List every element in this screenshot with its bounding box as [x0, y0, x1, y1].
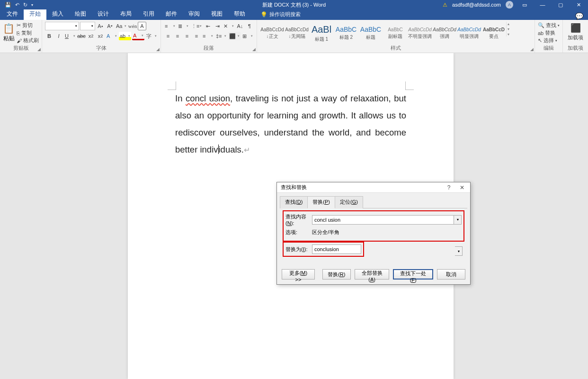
style-emphasis[interactable]: AaBbCcDd强调: [432, 22, 457, 45]
strike-button[interactable]: abc: [77, 32, 86, 40]
find-button[interactable]: 🔍查找▾: [538, 22, 560, 29]
align-center-button[interactable]: ≡: [173, 32, 182, 40]
dialog-help-button[interactable]: ?: [444, 184, 454, 191]
user-email[interactable]: asdfsdf@afdssd.com: [452, 2, 501, 8]
align-right-button[interactable]: ≡: [183, 32, 191, 40]
redo-icon[interactable]: ↻: [23, 2, 27, 8]
superscript-button[interactable]: x2: [96, 32, 105, 40]
minimize-button[interactable]: —: [536, 2, 549, 8]
menu-tabs: 文件 开始 插入 绘图 设计 布局 引用 邮件 审阅 视图 帮助 💡操作说明搜索…: [0, 9, 588, 20]
addins-button[interactable]: ⬛ 加载项: [566, 21, 585, 41]
style-subtitle[interactable]: AaBbC副标题: [383, 22, 408, 45]
styles-more-button[interactable]: ▴▾▾: [506, 22, 513, 36]
tab-help[interactable]: 帮助: [228, 8, 251, 20]
italic-button[interactable]: I: [54, 32, 63, 40]
style-heading1[interactable]: AaBl标题 1: [309, 22, 334, 45]
ribbon-display-icon[interactable]: ▭: [518, 2, 531, 8]
style-intense-emphasis[interactable]: AaBbCcDd明显强调: [457, 22, 481, 45]
tab-mailings[interactable]: 邮件: [160, 8, 183, 20]
paste-button[interactable]: 📋 粘贴: [3, 21, 15, 43]
clear-format-button[interactable]: A: [138, 22, 146, 30]
borders-button[interactable]: ⊞▾: [241, 32, 254, 40]
phonetic-guide-button[interactable]: wén: [128, 22, 137, 30]
close-button[interactable]: ✕: [572, 2, 585, 8]
underline-button[interactable]: U▾: [64, 32, 76, 40]
clipboard-launcher-icon[interactable]: ◢: [37, 47, 41, 52]
user-avatar[interactable]: A: [506, 1, 513, 9]
multilevel-button[interactable]: ⋮≡▾: [190, 22, 203, 30]
dialog-tab-replace[interactable]: 替换(P): [307, 196, 335, 208]
tab-design[interactable]: 设计: [92, 8, 115, 20]
text-effects-button[interactable]: A▾: [106, 32, 118, 40]
font-color-button[interactable]: A▾: [132, 32, 144, 40]
tab-insert[interactable]: 插入: [46, 8, 69, 20]
font-name-combo[interactable]: ▾: [45, 22, 79, 30]
bullets-button[interactable]: ≡▾: [164, 22, 176, 30]
find-dropdown-icon[interactable]: ▾: [454, 215, 462, 225]
cancel-button[interactable]: 取消: [437, 269, 465, 280]
style-subtle-emphasis[interactable]: AaBbCcDd不明显强调: [408, 22, 432, 45]
tab-draw[interactable]: 绘图: [69, 8, 92, 20]
format-painter-button[interactable]: 🖌格式刷: [17, 37, 39, 44]
find-next-button[interactable]: 查找下一处(F): [393, 269, 433, 280]
style-heading2[interactable]: AaBbC标题 2: [334, 22, 358, 45]
tab-review[interactable]: 审阅: [183, 8, 205, 20]
shading-button[interactable]: ⬛▾: [228, 32, 241, 40]
replace-all-button[interactable]: 全部替换(A): [355, 269, 390, 280]
style-title[interactable]: AaBbC标题: [358, 22, 383, 45]
replace-dropdown-icon[interactable]: ▾: [455, 246, 463, 256]
styles-launcher-icon[interactable]: ◢: [530, 47, 534, 52]
replace-one-button[interactable]: 替换(R): [322, 269, 351, 280]
save-icon[interactable]: 💾: [5, 2, 11, 8]
tab-layout[interactable]: 布局: [115, 8, 137, 20]
tab-home[interactable]: 开始: [24, 8, 46, 20]
style-no-spacing[interactable]: AaBbCcDd↓无间隔: [285, 22, 309, 45]
qat-dropdown-icon[interactable]: ▾: [31, 3, 33, 7]
increase-indent-button[interactable]: ⇥: [213, 22, 222, 30]
asian-layout-button[interactable]: ✕▾: [223, 22, 235, 30]
paragraph-launcher-icon[interactable]: ◢: [252, 47, 256, 52]
change-case-button[interactable]: Aa▾: [115, 22, 127, 30]
replace-icon: ab: [538, 30, 543, 36]
style-normal[interactable]: AaBbCcDd↓正文: [260, 22, 285, 45]
font-size-combo[interactable]: ▾: [80, 22, 95, 30]
find-what-input[interactable]: [312, 215, 454, 225]
bold-button[interactable]: B: [45, 32, 53, 40]
paragraph-text[interactable]: In concl usion, traveling is not just a …: [175, 90, 406, 158]
replace-with-input[interactable]: [312, 244, 361, 254]
cut-button[interactable]: ✂剪切: [17, 22, 39, 29]
font-launcher-icon[interactable]: ◢: [156, 47, 160, 52]
align-left-button[interactable]: ≡: [164, 32, 172, 40]
dialog-close-button[interactable]: ✕: [457, 184, 467, 191]
shrink-font-button[interactable]: A▾: [106, 22, 114, 30]
justify-button[interactable]: ≡: [192, 32, 201, 40]
dialog-tab-find[interactable]: 查找(D): [280, 196, 308, 208]
sort-button[interactable]: A↓: [236, 22, 244, 30]
maximize-button[interactable]: ▢: [554, 2, 567, 8]
highlight-button[interactable]: ab▾: [119, 32, 131, 40]
more-button[interactable]: 更多(M) >>: [282, 269, 315, 280]
dialog-titlebar[interactable]: 查找和替换 ? ✕: [277, 182, 470, 193]
show-marks-button[interactable]: ¶: [245, 22, 254, 30]
distribute-button[interactable]: ≡▾: [202, 32, 214, 40]
tab-file[interactable]: 文件: [1, 8, 24, 20]
pilcrow-icon: ↵: [244, 146, 250, 154]
spell-error[interactable]: concl usion: [186, 93, 230, 103]
copy-button[interactable]: ⎘复制: [17, 29, 39, 36]
grow-font-button[interactable]: A▴: [96, 22, 105, 30]
line-spacing-button[interactable]: ‡≡▾: [215, 32, 227, 40]
highlight-find-area: 查找内容(N): ▾ 选项: 区分全/半角: [283, 210, 464, 242]
tell-me-search[interactable]: 💡操作说明搜索: [256, 9, 305, 20]
tab-references[interactable]: 引用: [137, 8, 160, 20]
style-strong[interactable]: AaBbCcD要点: [481, 22, 506, 45]
tab-view[interactable]: 视图: [205, 8, 228, 20]
dialog-tab-goto[interactable]: 定位(G): [335, 196, 363, 208]
decrease-indent-button[interactable]: ⇤: [204, 22, 212, 30]
enclose-chars-button[interactable]: 字▾: [145, 32, 158, 40]
numbering-button[interactable]: ≣▾: [177, 22, 189, 30]
select-button[interactable]: ↖选择▾: [538, 37, 560, 44]
feedback-icon[interactable]: 💬: [575, 12, 583, 20]
replace-button[interactable]: ab替换: [538, 29, 560, 36]
subscript-button[interactable]: x2: [87, 32, 95, 40]
undo-icon[interactable]: ↶: [15, 2, 19, 8]
